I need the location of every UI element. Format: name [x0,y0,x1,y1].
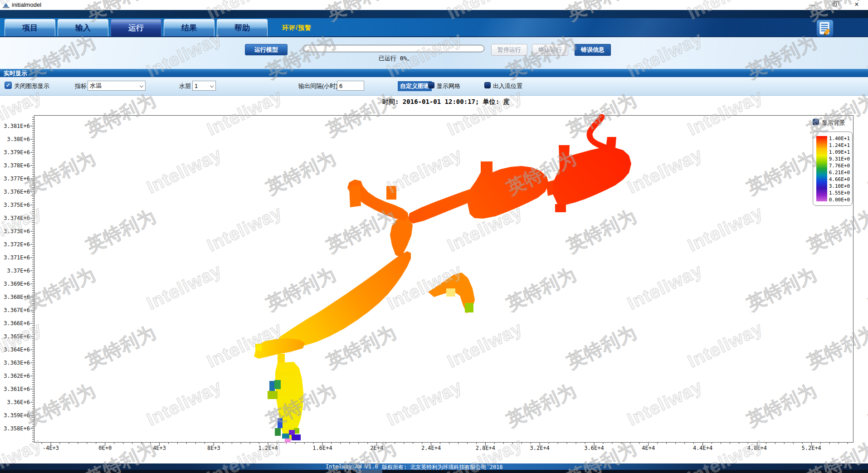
flow-position-checkbox[interactable] [484,82,491,88]
legend-values: 1.40E+11.24E+11.09E+19.31E+07.76E+06.21E… [829,136,850,202]
tab-3[interactable]: 运行 [111,19,161,36]
legend-value: 1.24E+1 [829,143,850,148]
indicator-value: 水温 [90,82,102,90]
legend-value: 4.66E+0 [829,177,850,182]
ribbon: 项目输入运行结果帮助 [0,18,868,37]
pause-run-button[interactable]: 暂停运行 [491,44,527,56]
window-title: initialmodel [12,1,41,8]
close-icon[interactable]: × [847,0,866,10]
legend-value: 1.40E+1 [829,136,850,141]
legend-value: 1.09E+1 [829,150,850,155]
run-model-button[interactable]: 运行模型 [245,44,288,55]
time-caption: 时间: 2016-01-01 12:00:17; 单位: 度 [382,98,510,106]
run-toolbar: 运行模型 暂停运行 终止运行 错误信息 已运行 0%。 [0,37,868,69]
document-edit-icon[interactable] [816,20,834,37]
show-background-checkbox[interactable] [813,119,819,125]
legend-value: 3.10E+0 [829,184,850,189]
application-window: initialmodel – × 项目输入运行结果帮助 环评/预警 运行模型 暂… [0,0,868,473]
chevron-down-icon [210,84,214,88]
legend-value: 7.76E+0 [829,163,850,168]
minimize-icon[interactable]: – [804,0,823,10]
flow-position-label: 出入流位置 [493,82,522,90]
app-icon [3,2,10,8]
output-interval-label: 输出间隔(小时) [298,82,338,90]
title-bar: initialmodel – × [0,0,868,10]
legend-color-bar [816,136,827,201]
legend-value: 1.55E+0 [829,190,850,195]
realtime-display-title: 实时显示 [4,69,27,78]
progress-status-text: 已运行 0%。 [379,54,413,63]
legend-value: 9.31E+0 [829,156,850,161]
layer-select[interactable]: 1 [192,81,216,91]
plot-border [34,115,853,443]
realtime-controls: ✓ 关闭图形显示 指标 水温 水层 1 输出间隔(小时) 自定义图谱 显示网格 … [0,77,868,96]
tab-env-warning[interactable]: 环评/预警 [282,24,312,32]
show-grid-label: 显示网格 [437,82,460,90]
show-grid-checkbox[interactable] [428,82,434,88]
color-legend: 1.40E+11.24E+11.09E+19.31E+07.76E+06.21E… [813,132,853,206]
chevron-down-icon [140,84,143,88]
bottom-strip [0,470,868,473]
progress-bar [303,45,484,52]
tab-5[interactable]: 帮助 [217,19,268,36]
restore-glyph-icon [833,3,837,6]
error-info-button[interactable]: 错误信息 [575,44,611,56]
restore-icon[interactable] [825,0,844,10]
top-band [0,10,868,18]
show-background-label: 显示背景 [822,119,845,127]
layer-value: 1 [195,83,198,89]
layer-label: 水层 [179,82,191,90]
legend-value: 0.00E+0 [829,197,850,202]
realtime-display-header: 实时显示 [0,69,868,77]
bottom-strip-segment [356,470,382,473]
tab-2[interactable]: 输入 [58,19,108,36]
close-graph-label: 关闭图形显示 [14,82,49,90]
custom-spectrum-button[interactable]: 自定义图谱 [398,81,432,91]
status-bar: Intelway-AW V1.0 版权所有: 北京英特利为环境科技有限公司 20… [0,463,868,470]
legend-value: 6.21E+0 [829,170,850,175]
tab-4[interactable]: 结果 [164,19,215,36]
stop-run-button[interactable]: 终止运行 [532,44,568,56]
indicator-label: 指标 [75,82,87,90]
indicator-select[interactable]: 水温 [88,81,146,91]
app-version: Intelway-AW V1.0 [326,463,378,470]
output-interval-input[interactable] [337,81,364,91]
tab-1[interactable]: 项目 [5,19,55,36]
close-graph-checkbox[interactable]: ✓ [5,82,12,89]
